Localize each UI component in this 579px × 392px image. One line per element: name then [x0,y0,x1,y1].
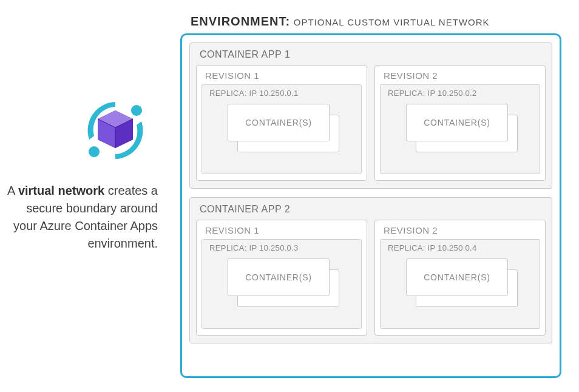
containers-stack: CONTAINER(S) [402,103,518,155]
environment-subtitle: OPTIONAL CUSTOM VIRTUAL NETWORK [294,17,490,27]
revision-row: REVISION 1 REPLICA: IP 10.250.0.3 CONTAI… [196,220,546,336]
svg-point-0 [131,105,142,116]
revision-box: REVISION 2 REPLICA: IP 10.250.0.4 CONTAI… [374,220,546,336]
containers-card-front: CONTAINER(S) [228,259,330,296]
replica-title: REPLICA: IP 10.250.0.2 [388,89,535,98]
description-text: A virtual network creates a secure bound… [6,182,158,252]
replica-title: REPLICA: IP 10.250.0.1 [209,89,356,98]
diagram-canvas: A virtual network creates a secure bound… [0,0,579,392]
revision-title: REVISION 2 [384,225,540,235]
revision-title: REVISION 1 [205,70,362,81]
revision-row: REVISION 1 REPLICA: IP 10.250.0.1 CONTAI… [196,65,546,181]
desc-bold: virtual network [18,184,104,197]
containers-card-front: CONTAINER(S) [406,259,508,296]
revision-box: REVISION 2 REPLICA: IP 10.250.0.2 CONTAI… [374,65,546,181]
virtual-network-icon [82,97,149,164]
svg-point-1 [89,146,100,157]
revision-box: REVISION 1 REPLICA: IP 10.250.0.1 CONTAI… [196,65,367,181]
revision-box: REVISION 1 REPLICA: IP 10.250.0.3 CONTAI… [196,220,367,336]
containers-stack: CONTAINER(S) [224,257,339,309]
containers-card-front: CONTAINER(S) [406,104,508,141]
environment-title: ENVIRONMENT: OPTIONAL CUSTOM VIRTUAL NET… [191,15,490,29]
replica-box: REPLICA: IP 10.250.0.3 CONTAINER(S) [201,239,362,329]
replica-title: REPLICA: IP 10.250.0.4 [388,243,535,252]
left-column: A virtual network creates a secure bound… [0,0,158,392]
environment-box: CONTAINER APP 1 REVISION 1 REPLICA: IP 1… [180,33,561,378]
replica-title: REPLICA: IP 10.250.0.3 [209,243,356,252]
replica-box: REPLICA: IP 10.250.0.2 CONTAINER(S) [380,84,540,174]
desc-prefix: A [7,184,18,197]
containers-card-front: CONTAINER(S) [228,104,330,141]
container-app-box: CONTAINER APP 1 REVISION 1 REPLICA: IP 1… [189,42,552,189]
revision-title: REVISION 1 [205,225,362,235]
containers-stack: CONTAINER(S) [224,103,339,155]
replica-box: REPLICA: IP 10.250.0.1 CONTAINER(S) [201,84,362,174]
container-app-box: CONTAINER APP 2 REVISION 1 REPLICA: IP 1… [189,197,552,343]
revision-title: REVISION 2 [384,70,540,81]
container-app-title: CONTAINER APP 2 [200,204,546,215]
containers-stack: CONTAINER(S) [402,257,518,309]
replica-box: REPLICA: IP 10.250.0.4 CONTAINER(S) [380,239,540,329]
container-app-title: CONTAINER APP 1 [200,49,546,60]
environment-label: ENVIRONMENT: [191,15,290,28]
